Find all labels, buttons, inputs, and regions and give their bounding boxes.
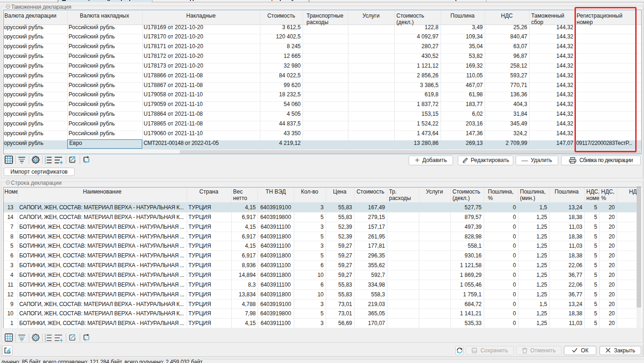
svg-text:3: 3 <box>44 339 46 342</box>
svg-text:3: 3 <box>44 161 46 164</box>
